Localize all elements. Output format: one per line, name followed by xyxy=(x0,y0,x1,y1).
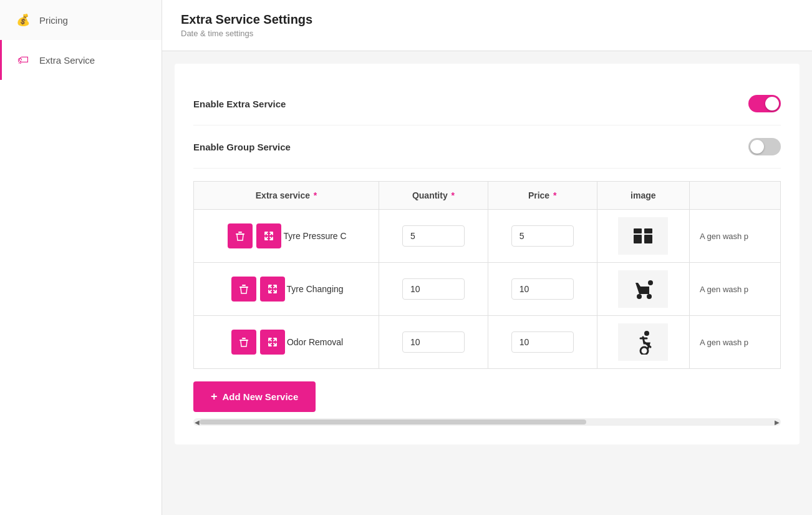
enable-extra-service-row: Enable Extra Service xyxy=(193,82,781,125)
content-area: Enable Extra Service Enable Group Servic… xyxy=(175,64,800,444)
enable-group-service-toggle[interactable] xyxy=(748,138,781,155)
quantity-input-2[interactable] xyxy=(402,331,465,353)
quantity-cell-1 xyxy=(379,263,488,316)
sidebar-item-extra-service-label: Extra Service xyxy=(39,55,95,66)
plus-icon: + xyxy=(211,390,218,403)
image-cell-1 xyxy=(597,263,689,316)
svg-rect-5 xyxy=(644,228,652,233)
sidebar: 💰 Pricing 🏷 Extra Service xyxy=(0,0,162,515)
expand-button-0[interactable] xyxy=(256,223,281,248)
expand-button-2[interactable] xyxy=(260,330,285,355)
svg-point-9 xyxy=(647,294,652,299)
quantity-cell-0 xyxy=(379,210,488,263)
add-new-service-label: Add New Service xyxy=(223,391,299,402)
price-input-0[interactable] xyxy=(511,225,574,247)
svg-point-13 xyxy=(644,331,649,336)
price-input-2[interactable] xyxy=(511,331,574,353)
svg-rect-6 xyxy=(239,287,248,288)
page-subtitle: Date & time settings xyxy=(181,29,793,38)
svg-point-10 xyxy=(648,280,653,285)
delete-button-0[interactable] xyxy=(228,223,253,248)
col-price: Price * xyxy=(488,182,597,210)
enable-extra-service-toggle[interactable] xyxy=(748,95,781,112)
svg-rect-4 xyxy=(634,228,642,233)
service-image-2 xyxy=(618,323,668,361)
enable-extra-service-label: Enable Extra Service xyxy=(193,99,286,109)
description-cell-2: A gen wash p xyxy=(690,316,781,369)
sidebar-item-extra-service[interactable]: 🏷 Extra Service xyxy=(0,40,162,80)
svg-rect-12 xyxy=(242,338,246,339)
description-cell-1: A gen wash p xyxy=(690,263,781,316)
pricing-icon: 💰 xyxy=(14,11,32,29)
services-table: Extra service * Quantity * Price * image xyxy=(193,181,781,369)
enable-group-service-label: Enable Group Service xyxy=(193,142,291,152)
svg-rect-7 xyxy=(242,285,246,286)
svg-rect-1 xyxy=(238,232,242,233)
svg-rect-11 xyxy=(239,340,248,341)
service-name-2: Odor Removal xyxy=(287,337,343,347)
sidebar-item-pricing-label: Pricing xyxy=(39,15,68,26)
main-content: Extra Service Settings Date & time setti… xyxy=(162,0,812,515)
enable-group-service-row: Enable Group Service xyxy=(193,125,781,169)
price-cell-2 xyxy=(488,316,597,369)
service-image-1 xyxy=(618,270,668,308)
add-new-service-button[interactable]: + Add New Service xyxy=(193,381,316,412)
scroll-thumb[interactable] xyxy=(200,419,586,424)
col-extra-service: Extra service * xyxy=(194,182,379,210)
table-row: Odor Removal A gen wash p xyxy=(194,316,781,369)
col-quantity: Quantity * xyxy=(379,182,488,210)
image-cell-0 xyxy=(597,210,689,263)
svg-point-8 xyxy=(637,294,642,299)
service-description-0: A gen wash p xyxy=(700,232,750,241)
service-actions-cell-0: Tyre Pressure C xyxy=(194,210,379,263)
sidebar-item-pricing[interactable]: 💰 Pricing xyxy=(0,0,162,40)
quantity-cell-2 xyxy=(379,316,488,369)
scroll-right-arrow[interactable]: ▶ xyxy=(773,418,781,426)
service-actions-cell-2: Odor Removal xyxy=(194,316,379,369)
description-cell-0: A gen wash p xyxy=(690,210,781,263)
extra-service-icon: 🏷 xyxy=(14,51,32,69)
delete-button-1[interactable] xyxy=(231,277,256,302)
price-input-1[interactable] xyxy=(511,278,574,300)
svg-rect-2 xyxy=(634,235,642,243)
col-description xyxy=(690,182,781,210)
col-image: image xyxy=(597,182,689,210)
expand-button-1[interactable] xyxy=(260,277,285,302)
svg-rect-0 xyxy=(236,233,244,235)
service-description-1: A gen wash p xyxy=(700,285,750,294)
svg-point-14 xyxy=(640,347,648,355)
service-actions-cell-1: Tyre Changing xyxy=(194,263,379,316)
service-name-0: Tyre Pressure C xyxy=(283,231,346,241)
service-description-2: A gen wash p xyxy=(700,338,750,347)
quantity-input-0[interactable] xyxy=(402,225,465,247)
price-cell-1 xyxy=(488,263,597,316)
table-row: Tyre Changing A gen wash p xyxy=(194,263,781,316)
image-cell-2 xyxy=(597,316,689,369)
horizontal-scrollbar[interactable]: ◀ ▶ xyxy=(193,418,781,426)
service-name-1: Tyre Changing xyxy=(287,284,344,294)
service-image-0 xyxy=(618,217,668,255)
price-cell-0 xyxy=(488,210,597,263)
page-title: Extra Service Settings xyxy=(181,12,793,27)
table-row: Tyre Pressure C A gen wash p xyxy=(194,210,781,263)
delete-button-2[interactable] xyxy=(231,330,256,355)
page-header: Extra Service Settings Date & time setti… xyxy=(162,0,812,51)
svg-rect-3 xyxy=(644,235,652,243)
quantity-input-1[interactable] xyxy=(402,278,465,300)
